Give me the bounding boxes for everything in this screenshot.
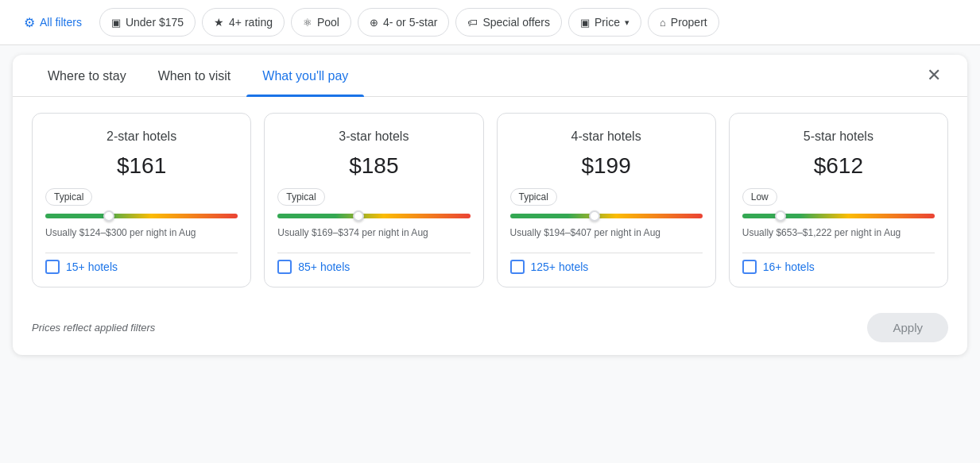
card-title-3star: 3-star hotels — [277, 129, 470, 144]
card-footer-4star: 125+ hotels — [510, 253, 703, 274]
all-filters-label: All filters — [40, 16, 82, 29]
range-text-2star: Usually $124–$300 per night in Aug — [45, 226, 196, 240]
filter-bar: ⚙ All filters ▣ Under $175 ★ 4+ rating ⚛… — [0, 0, 980, 45]
bar-thumb-2star[interactable] — [103, 210, 114, 222]
range-bar-5star — [742, 214, 935, 218]
footer-note: Prices reflect applied filters — [32, 322, 155, 334]
tab-where-to-stay[interactable]: Where to stay — [32, 55, 142, 96]
card-footer-5star: 16+ hotels — [742, 253, 935, 274]
card-footer-3star: 85+ hotels — [277, 253, 470, 274]
sliders-icon: ⚙ — [24, 15, 35, 30]
star-icon: ★ — [214, 16, 224, 29]
hotels-link-2star[interactable]: 15+ hotels — [66, 260, 118, 273]
filter-price-button[interactable]: ▣ Under $175 — [99, 8, 196, 37]
bar-gradient-3star — [277, 214, 470, 218]
card-title-5star: 5-star hotels — [742, 129, 935, 144]
filter-property-button[interactable]: ⌂ Propert — [648, 8, 719, 37]
checkbox-3star[interactable] — [277, 260, 292, 274]
checkbox-4star[interactable] — [510, 260, 525, 274]
hotels-link-3star[interactable]: 85+ hotels — [298, 260, 350, 273]
pricedrop-icon: ▣ — [580, 17, 590, 29]
filter-pricedrop-label: Price — [595, 16, 620, 29]
range-text-3star: Usually $169–$374 per night in Aug — [277, 226, 428, 240]
hotel-card-4star: 4-star hotels $199 Typical Usually $194–… — [497, 113, 716, 287]
filter-star-label: 4- or 5-star — [383, 16, 437, 29]
filter-rating-label: 4+ rating — [229, 16, 273, 29]
hotel-cards-container: 2-star hotels $161 Typical Usually $124–… — [13, 97, 967, 303]
price-indicator-5star: Low Usually $653–$1,222 per night in Aug — [742, 188, 935, 240]
filter-offers-label: Special offers — [482, 16, 550, 29]
price-indicator-4star: Typical Usually $194–$407 per night in A… — [510, 188, 703, 240]
range-text-5star: Usually $653–$1,222 per night in Aug — [742, 226, 901, 240]
chevron-down-icon: ▾ — [625, 17, 629, 28]
tab-what-youll-pay[interactable]: What you'll pay — [246, 55, 364, 96]
hotels-link-5star[interactable]: 16+ hotels — [763, 260, 815, 273]
bar-gradient-4star — [510, 214, 703, 218]
bar-gradient-5star — [742, 214, 935, 218]
badge-3star: Typical — [277, 188, 324, 206]
checkbox-2star[interactable] — [45, 260, 60, 274]
filter-pricedrop-button[interactable]: ▣ Price ▾ — [568, 8, 641, 37]
price-icon: ▣ — [111, 17, 121, 29]
hotels-link-4star[interactable]: 125+ hotels — [531, 260, 589, 273]
pool-icon: ⚛ — [303, 17, 312, 29]
tab-when-to-visit[interactable]: When to visit — [142, 55, 247, 96]
bar-thumb-4star[interactable] — [589, 210, 600, 222]
close-button[interactable]: ✕ — [920, 61, 948, 90]
card-footer-2star: 15+ hotels — [45, 253, 238, 274]
bar-gradient-2star — [45, 214, 238, 218]
card-price-3star: $185 — [277, 153, 470, 179]
price-indicator-2star: Typical Usually $124–$300 per night in A… — [45, 188, 238, 240]
range-bar-2star — [45, 214, 238, 218]
tag-icon: 🏷 — [467, 17, 478, 29]
hotel-card-2star: 2-star hotels $161 Typical Usually $124–… — [32, 113, 251, 287]
range-bar-4star — [510, 214, 703, 218]
bar-thumb-3star[interactable] — [353, 210, 364, 222]
card-price-2star: $161 — [45, 153, 238, 179]
filter-offers-button[interactable]: 🏷 Special offers — [455, 8, 562, 37]
filter-pool-button[interactable]: ⚛ Pool — [291, 8, 351, 37]
hotel-card-3star: 3-star hotels $185 Typical Usually $169–… — [264, 113, 483, 287]
hotel-card-5star: 5-star hotels $612 Low Usually $653–$1,2… — [729, 113, 948, 287]
main-panel: Where to stay When to visit What you'll … — [13, 55, 967, 355]
range-bar-3star — [277, 214, 470, 218]
filter-price-label: Under $175 — [126, 16, 184, 29]
card-price-5star: $612 — [742, 153, 935, 179]
card-title-2star: 2-star hotels — [45, 129, 238, 144]
circle-star-icon: ⊕ — [370, 17, 378, 29]
filter-star-button[interactable]: ⊕ 4- or 5-star — [358, 8, 449, 37]
filter-pool-label: Pool — [317, 16, 339, 29]
apply-button[interactable]: Apply — [867, 313, 948, 342]
filter-property-label: Propert — [671, 16, 707, 29]
tab-header: Where to stay When to visit What you'll … — [13, 55, 967, 97]
filter-rating-button[interactable]: ★ 4+ rating — [202, 8, 285, 37]
checkbox-5star[interactable] — [742, 260, 757, 274]
card-title-4star: 4-star hotels — [510, 129, 703, 144]
badge-5star: Low — [742, 188, 777, 206]
home-icon: ⌂ — [660, 17, 666, 29]
badge-4star: Typical — [510, 188, 557, 206]
range-text-4star: Usually $194–$407 per night in Aug — [510, 226, 660, 240]
bar-thumb-5star[interactable] — [775, 210, 786, 222]
price-indicator-3star: Typical Usually $169–$374 per night in A… — [277, 188, 470, 240]
card-price-4star: $199 — [510, 153, 703, 179]
all-filters-button[interactable]: ⚙ All filters — [13, 10, 93, 35]
panel-footer: Prices reflect applied filters Apply — [13, 303, 967, 355]
badge-2star: Typical — [45, 188, 92, 206]
